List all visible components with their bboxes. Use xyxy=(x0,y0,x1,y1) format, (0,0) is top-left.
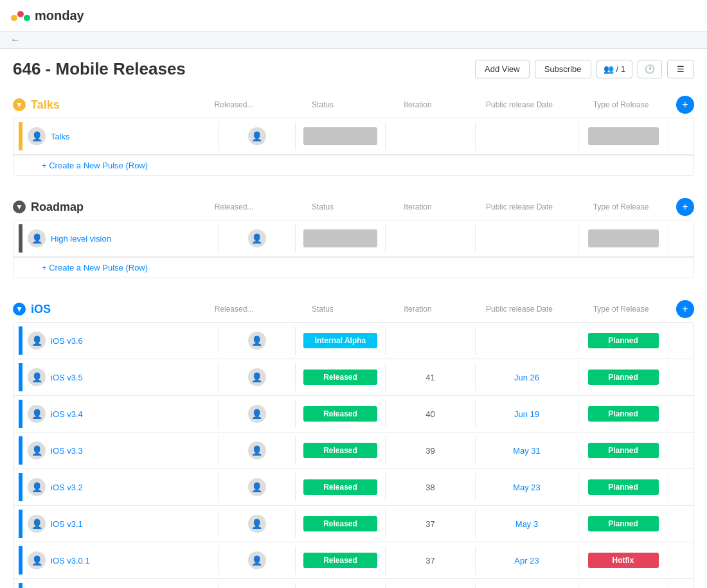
ios-row-name-0[interactable]: iOS v3.6 xyxy=(51,336,83,346)
ios-row-released-7: 👤 xyxy=(218,583,295,588)
ios-row-extra-2 xyxy=(668,400,694,428)
ios-row-status-5[interactable]: Released xyxy=(295,510,385,538)
table-row: 👤 iOS v3.2 👤 Released 38 May 23 Planned xyxy=(13,469,694,506)
avatar: 👤 xyxy=(28,405,46,423)
roadmap-create-row[interactable]: + Create a New Pulse (Row) xyxy=(13,257,694,278)
status-badge[interactable]: Released xyxy=(303,479,377,495)
add-view-button[interactable]: Add View xyxy=(475,60,530,78)
talks-row-status[interactable] xyxy=(295,122,385,150)
ios-row-extra-3 xyxy=(668,436,694,465)
ios-color-bar xyxy=(19,583,22,588)
group-ios: ▼ iOS Released... Status Iteration Publi… xyxy=(13,294,694,588)
ios-row-released-3: 👤 xyxy=(218,436,295,465)
ios-table: 👤 iOS v3.6 👤 Internal Alpha Planned 👤 iO… xyxy=(13,322,694,588)
roadmap-col-iteration: Iteration xyxy=(373,202,463,211)
table-row: 👤 Talks 👤 xyxy=(13,118,694,155)
roadmap-row-released: 👤 xyxy=(218,224,295,253)
group-ios-header: ▼ iOS Released... Status Iteration Publi… xyxy=(13,294,694,322)
subscribe-button[interactable]: Subscribe xyxy=(535,60,591,78)
roadmap-row-type[interactable] xyxy=(578,224,668,253)
type-badge[interactable]: Planned xyxy=(588,333,659,348)
back-button[interactable]: ← xyxy=(10,34,21,45)
user-count-button[interactable]: 👥 / 1 xyxy=(596,60,632,78)
svg-point-2 xyxy=(24,15,30,21)
type-badge[interactable]: Planned xyxy=(588,443,659,458)
ios-row-type-3[interactable]: Planned xyxy=(578,436,668,465)
group-roadmap-toggle[interactable]: ▼ xyxy=(13,200,26,213)
ios-row-name-cell-2: 👤 iOS v3.4 xyxy=(13,396,218,432)
avatar: 👤 xyxy=(248,332,266,350)
group-roadmap-name[interactable]: Roadmap xyxy=(31,200,84,214)
ios-row-type-7[interactable]: Planned xyxy=(578,583,668,588)
roadmap-row-name[interactable]: High level vision xyxy=(51,234,111,244)
ios-row-type-2[interactable]: Planned xyxy=(578,400,668,428)
status-badge[interactable]: Released xyxy=(303,370,377,385)
roadmap-row-status[interactable] xyxy=(295,224,385,253)
ios-row-iteration-3: 39 xyxy=(385,436,475,465)
roadmap-color-bar xyxy=(19,224,22,253)
ios-row-status-7[interactable]: Released xyxy=(295,583,385,588)
type-badge[interactable]: Planned xyxy=(588,370,659,385)
history-button[interactable]: 🕐 xyxy=(638,60,662,78)
ios-row-status-4[interactable]: Released xyxy=(295,473,385,501)
talks-create-row[interactable]: + Create a New Pulse (Row) xyxy=(13,155,694,175)
ios-row-date-7: Apr 17 xyxy=(475,583,578,588)
ios-row-type-6[interactable]: Hotfix xyxy=(578,546,668,575)
type-badge[interactable]: Planned xyxy=(588,516,659,531)
ios-row-iteration-1: 41 xyxy=(385,363,475,391)
group-ios-name[interactable]: iOS xyxy=(31,303,51,316)
ios-row-type-4[interactable]: Planned xyxy=(578,473,668,501)
ios-col-status: Status xyxy=(278,305,368,314)
header-actions: Add View Subscribe 👥 / 1 🕐 ☰ xyxy=(475,60,694,78)
top-bar: monday xyxy=(0,0,707,31)
ios-row-status-2[interactable]: Released xyxy=(295,400,385,428)
group-talks-name[interactable]: Talks xyxy=(31,98,60,112)
talks-add-column-button[interactable]: + xyxy=(676,96,694,114)
ios-row-name-2[interactable]: iOS v3.4 xyxy=(51,409,83,419)
status-badge[interactable]: Released xyxy=(303,516,377,531)
ios-row-released-0: 👤 xyxy=(218,326,295,355)
ios-row-extra-7 xyxy=(668,583,694,588)
talks-row-type[interactable] xyxy=(578,122,668,150)
type-badge[interactable]: Hotfix xyxy=(588,553,659,568)
ios-color-bar xyxy=(19,546,22,575)
talks-row-name[interactable]: Talks xyxy=(51,132,70,141)
ios-row-type-1[interactable]: Planned xyxy=(578,363,668,391)
create-row-label: + Create a New Pulse (Row) xyxy=(42,263,148,272)
ios-row-name-3[interactable]: iOS v3.3 xyxy=(51,446,83,456)
ios-row-name-6[interactable]: iOS v3.0.1 xyxy=(51,556,90,566)
group-talks-toggle[interactable]: ▼ xyxy=(13,98,26,111)
status-badge[interactable]: Released xyxy=(303,406,377,422)
roadmap-row-iteration xyxy=(385,224,475,253)
ios-row-iteration-5: 37 xyxy=(385,510,475,538)
create-row-label: + Create a New Pulse (Row) xyxy=(42,161,148,170)
type-badge[interactable]: Planned xyxy=(588,479,659,495)
menu-button[interactable]: ☰ xyxy=(667,60,694,78)
ios-add-column-button[interactable]: + xyxy=(676,300,694,318)
roadmap-row-date xyxy=(475,224,578,253)
ios-row-status-3[interactable]: Released xyxy=(295,436,385,465)
ios-row-iteration-0 xyxy=(385,326,475,355)
ios-row-name-4[interactable]: iOS v3.2 xyxy=(51,483,83,492)
roadmap-add-column-button[interactable]: + xyxy=(676,198,694,216)
type-badge[interactable]: Planned xyxy=(588,406,659,422)
ios-row-status-0[interactable]: Internal Alpha xyxy=(295,326,385,355)
content: ▼ Talks Released... Status Iteration Pub… xyxy=(0,89,707,588)
ios-row-status-6[interactable]: Released xyxy=(295,546,385,575)
ios-row-status-1[interactable]: Released xyxy=(295,363,385,391)
status-badge[interactable]: Released xyxy=(303,443,377,458)
page-header: 646 - Mobile Releases Add View Subscribe… xyxy=(0,49,707,89)
avatar: 👤 xyxy=(28,229,46,247)
ios-row-type-0[interactable]: Planned xyxy=(578,326,668,355)
avatar: 👤 xyxy=(248,478,266,496)
svg-point-1 xyxy=(17,11,24,17)
ios-row-name-5[interactable]: iOS v3.1 xyxy=(51,519,83,529)
talks-row-date xyxy=(475,122,578,150)
ios-row-type-5[interactable]: Planned xyxy=(578,510,668,538)
group-ios-toggle[interactable]: ▼ xyxy=(13,303,26,316)
ios-row-name-1[interactable]: iOS v3.5 xyxy=(51,373,83,382)
status-badge[interactable]: Released xyxy=(303,553,377,568)
status-badge[interactable]: Internal Alpha xyxy=(303,333,377,348)
roadmap-row-name-cell: 👤 High level vision xyxy=(13,220,218,256)
user-count: / 1 xyxy=(616,64,625,74)
